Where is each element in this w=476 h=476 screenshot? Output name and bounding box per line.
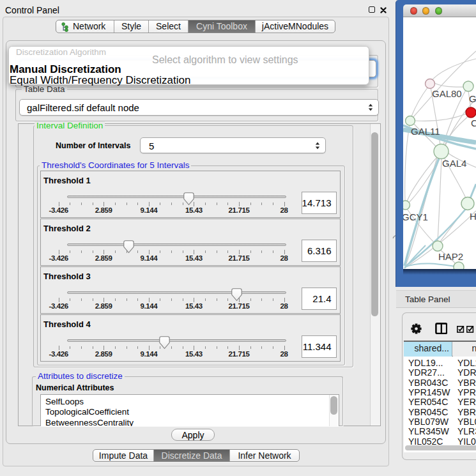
svg-text:GA: GA [469, 93, 476, 104]
svg-text:GAL80: GAL80 [432, 88, 462, 99]
svg-text:GAL4: GAL4 [442, 158, 466, 169]
svg-text:HA: HA [470, 211, 476, 222]
svg-text:HAP2: HAP2 [438, 251, 463, 262]
svg-text:GCY1: GCY1 [403, 211, 428, 222]
svg-text:GAL11: GAL11 [411, 126, 440, 137]
svg-text:CY: CY [471, 118, 476, 128]
